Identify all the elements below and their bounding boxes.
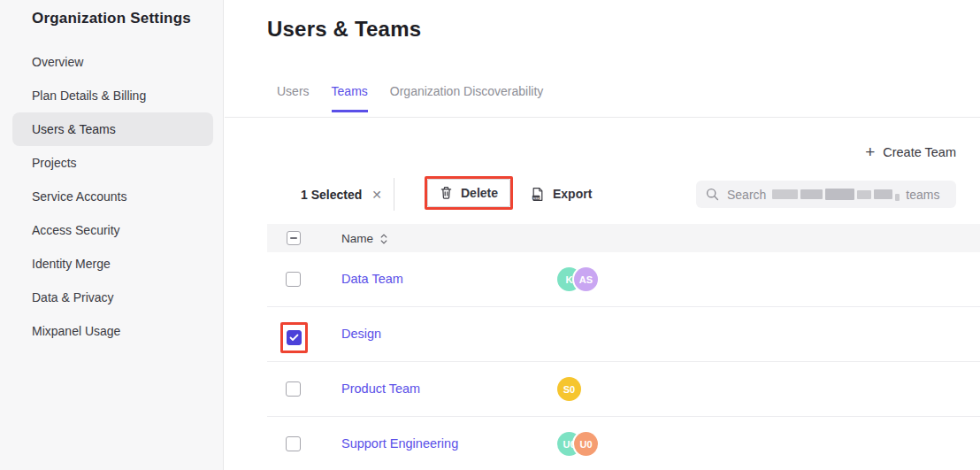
sidebar-item-projects[interactable]: Projects [12,146,213,180]
search-icon [706,188,719,201]
sidebar-item-mixpanel-usage[interactable]: Mixpanel Usage [12,314,213,348]
delete-button[interactable]: Delete [427,179,510,207]
trash-icon [440,186,453,200]
page-title: Users & Teams [267,17,421,42]
annotation-box-delete: Delete [425,176,513,210]
select-all-checkbox[interactable] [287,231,301,245]
avatar: AS [574,267,598,291]
sidebar-title: Organization Settings [32,10,191,27]
row-checkbox-data-team[interactable] [286,272,301,287]
annotation-box-checkbox [280,322,308,353]
sidebar-item-plan-details-billing[interactable]: Plan Details & Billing [12,79,213,112]
toolbar-divider [394,178,394,211]
teams-table: Name Data Team K AS [267,224,980,470]
sidebar-item-identity-merge[interactable]: Identity Merge [12,247,213,281]
table-header: Name [267,224,980,252]
avatar-group: U0 U0 [557,432,598,456]
tab-teams[interactable]: Teams [332,84,368,112]
svg-text:csv: csv [533,195,540,199]
sidebar-item-service-accounts[interactable]: Service Accounts [12,180,213,213]
search-placeholder: Search teams [727,188,939,202]
tab-bar: Users Teams Organization Discoverability [277,84,543,112]
create-team-button[interactable]: + Create Team [865,145,956,159]
search-input[interactable]: Search teams [696,181,956,208]
main-content: Users & Teams Users Teams Organization D… [225,0,980,470]
sidebar-item-data-privacy[interactable]: Data & Privacy [12,281,213,314]
sidebar-item-users-teams[interactable]: Users & Teams [12,112,213,146]
clear-selection-icon[interactable]: ✕ [371,188,382,202]
plus-icon: + [865,146,875,158]
sidebar-item-access-security[interactable]: Access Security [12,213,213,247]
sidebar-nav: Overview Plan Details & Billing Users & … [0,45,223,348]
create-team-label: Create Team [883,145,956,159]
sidebar: Organization Settings Overview Plan Deta… [0,0,224,470]
table-row-product-team: Product Team S0 [267,362,980,417]
tab-users[interactable]: Users [277,84,310,112]
export-label: Export [553,187,592,201]
team-link-design[interactable]: Design [341,327,381,341]
export-button[interactable]: csv Export [531,181,592,207]
sort-icon[interactable] [380,234,387,244]
delete-label: Delete [461,186,498,200]
selection-summary: 1 Selected ✕ [301,188,382,202]
table-row-design: Design [267,307,980,362]
tab-organization-discoverability[interactable]: Organization Discoverability [390,84,544,112]
row-checkbox-support-engineering[interactable] [286,436,301,451]
row-checkbox-design[interactable] [287,330,302,345]
selected-count-label: 1 Selected [301,188,362,202]
team-link-support-engineering[interactable]: Support Engineering [341,436,458,451]
redacted-text [772,189,900,201]
app-root: Organization Settings Overview Plan Deta… [0,0,980,470]
avatar: S0 [557,377,581,401]
name-column-header[interactable]: Name [341,232,387,245]
csv-file-icon: csv [531,187,545,202]
avatar: U0 [574,432,598,456]
team-link-data-team[interactable]: Data Team [341,272,403,286]
team-link-product-team[interactable]: Product Team [341,381,420,396]
avatar-group: S0 [557,377,581,401]
table-row-support-engineering: Support Engineering U0 U0 [267,417,980,470]
tabs-divider [225,117,980,118]
table-row-data-team: Data Team K AS [267,252,980,307]
row-checkbox-product-team[interactable] [286,381,301,397]
avatar-group: K AS [557,267,598,291]
sidebar-item-overview[interactable]: Overview [12,45,213,79]
